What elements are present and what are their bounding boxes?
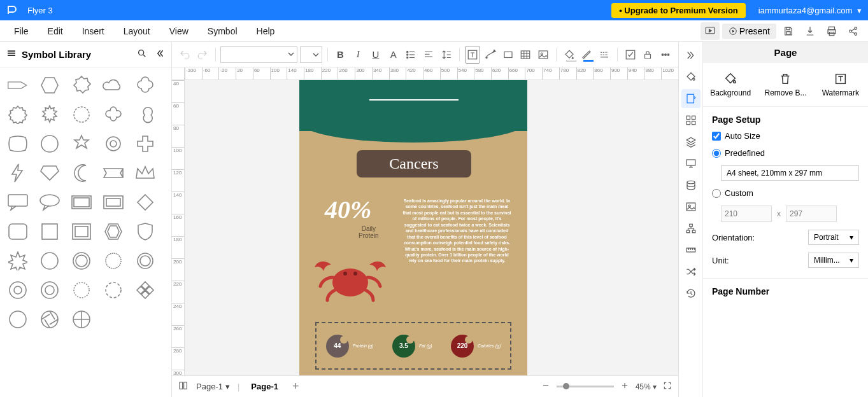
nutri-calories[interactable]: 220 Calories (g) [451, 335, 501, 358]
shape-diamond[interactable] [36, 160, 64, 186]
shape-blob[interactable] [36, 131, 64, 157]
page-flyer[interactable]: Cancers 40% Daily Protein Seafood is ama… [299, 80, 527, 375]
more-button[interactable] [658, 46, 673, 64]
print-icon[interactable] [822, 22, 841, 40]
shape-pillow[interactable] [4, 131, 32, 157]
search-icon[interactable] [137, 48, 147, 61]
shape-star6[interactable] [68, 131, 96, 157]
shape-gear[interactable] [99, 131, 127, 157]
add-page-button[interactable]: + [290, 380, 302, 393]
slideshow-icon[interactable] [701, 22, 720, 40]
shape-star8[interactable] [4, 248, 32, 274]
orientation-select[interactable]: Portrait▾ [808, 230, 859, 245]
shape-moon[interactable] [68, 160, 96, 186]
shape-badge[interactable] [4, 102, 32, 127]
menu-insert[interactable]: Insert [73, 22, 113, 40]
remove-bg-action[interactable]: Remove B... [763, 72, 808, 97]
shape-ring1[interactable] [36, 248, 64, 274]
ruler-icon[interactable] [681, 240, 701, 260]
shape-quadrant[interactable] [68, 307, 96, 332]
shape-bevel[interactable] [68, 219, 96, 244]
menu-layout[interactable]: Layout [115, 22, 159, 40]
user-email-menu[interactable]: iammurtaza4@gmail.com ▾ [758, 6, 862, 15]
page-list-icon[interactable] [178, 380, 189, 393]
custom-radio[interactable] [712, 189, 721, 198]
zoom-value[interactable]: 45% ▾ [636, 382, 657, 391]
menu-view[interactable]: View [160, 22, 197, 40]
underline-button[interactable]: U [368, 46, 383, 64]
shape-sketch-circ2[interactable] [131, 248, 159, 274]
menu-help[interactable]: Help [248, 22, 284, 40]
font-family-select[interactable] [220, 46, 297, 63]
shape-donut1[interactable] [4, 277, 32, 303]
shape-aperture[interactable] [36, 307, 64, 332]
expand-panel-icon[interactable] [681, 46, 701, 65]
shape-circle[interactable] [4, 307, 32, 332]
nutri-protein[interactable]: 44 Protein (g) [326, 335, 374, 358]
shape-arrow[interactable] [4, 73, 32, 98]
share-icon[interactable] [844, 22, 863, 40]
table-button[interactable] [518, 46, 533, 64]
nutrition-box[interactable]: 44 Protein (g) 3.5 Fat (g) 220 Calories … [315, 322, 511, 370]
shape-crown[interactable] [131, 160, 159, 186]
shape-cloud[interactable] [99, 73, 127, 98]
width-input[interactable] [721, 205, 772, 222]
watermark-action[interactable]: Watermark [818, 72, 863, 97]
page-dropdown[interactable]: Page-1 ▾ [196, 382, 230, 391]
fullscreen-icon[interactable] [663, 381, 672, 392]
text-tool-button[interactable] [465, 46, 480, 64]
line-spacing-button[interactable] [439, 46, 454, 64]
history-icon[interactable] [681, 284, 701, 303]
shape-hexagon[interactable] [36, 73, 64, 98]
align-button[interactable] [421, 46, 436, 64]
height-input[interactable] [786, 205, 837, 222]
shape-quatrefoil[interactable] [131, 73, 159, 98]
shape-shield[interactable] [131, 219, 159, 244]
download-icon[interactable] [800, 22, 820, 40]
shape-burst[interactable] [36, 102, 64, 127]
upgrade-button[interactable]: Upgrade to Premium Version [611, 3, 746, 18]
shape-ribbon[interactable] [99, 160, 127, 186]
menu-edit[interactable]: Edit [39, 22, 72, 40]
shape-roundrect[interactable] [4, 219, 32, 244]
shape-frame2[interactable] [99, 190, 127, 215]
shape-speech1[interactable] [4, 190, 32, 215]
presentation-icon[interactable] [681, 154, 701, 173]
shape-hex2[interactable] [99, 219, 127, 244]
unit-select[interactable]: Millim...▾ [808, 253, 859, 268]
shape-flower4[interactable] [131, 102, 159, 127]
percent-text[interactable]: 40% [325, 195, 371, 225]
theme-icon[interactable] [681, 67, 701, 87]
shape-empty2[interactable] [131, 307, 159, 332]
save-icon[interactable] [779, 22, 798, 40]
undo-button[interactable] [177, 46, 192, 64]
checkbox-marker-icon[interactable] [623, 46, 638, 64]
nutri-fat[interactable]: 3.5 Fat (g) [392, 335, 432, 358]
italic-button[interactable]: I [350, 46, 366, 64]
font-color-button[interactable]: A [386, 46, 401, 64]
data-icon[interactable] [681, 176, 701, 195]
shape-flower5[interactable] [99, 102, 127, 127]
section-title[interactable]: Cancers [357, 150, 471, 178]
shape-rhombus[interactable] [131, 190, 159, 215]
shape-bolt[interactable] [4, 160, 32, 186]
shape-square[interactable] [36, 219, 64, 244]
line-style-button[interactable] [597, 46, 612, 64]
menu-symbol[interactable]: Symbol [199, 22, 246, 40]
image-button[interactable] [536, 46, 551, 64]
shuffle-icon[interactable] [681, 262, 701, 281]
collapse-icon[interactable] [155, 48, 165, 61]
lock-button[interactable] [641, 46, 656, 64]
shape-seal8[interactable] [68, 73, 96, 98]
auto-size-checkbox[interactable] [712, 132, 721, 141]
fill-color-button[interactable] [562, 46, 577, 64]
shape-ring2[interactable] [68, 248, 96, 274]
predefined-size-select[interactable]: A4 sheet, 210mm x 297 mm [721, 165, 859, 181]
zoom-slider[interactable] [557, 386, 614, 387]
shape-sketch-circ1[interactable] [99, 248, 127, 274]
sitemap-icon[interactable] [681, 219, 701, 238]
shape-diamond4[interactable] [131, 277, 159, 303]
shape-gearring[interactable] [68, 277, 96, 303]
redo-button[interactable] [195, 46, 210, 64]
rect-tool-button[interactable] [501, 46, 516, 64]
